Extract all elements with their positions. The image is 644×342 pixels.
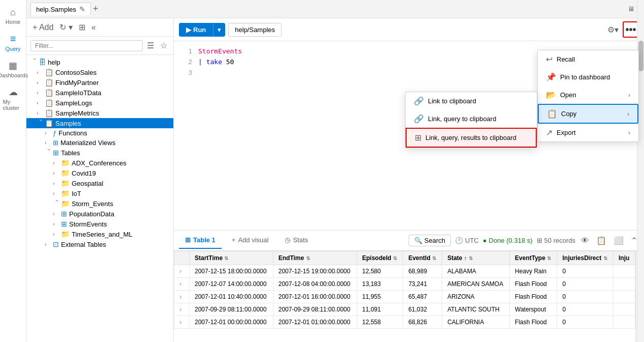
chevron-covid19: › <box>53 170 61 176</box>
add-tab-button[interactable]: + <box>93 4 99 14</box>
tree-item-adx[interactable]: › 📁 ADX_Conferences <box>26 158 173 168</box>
nav-home[interactable]: ⌂ Home <box>1 4 25 28</box>
tree-item-geospatial[interactable]: › 📁 Geospatial <box>26 178 173 188</box>
table-icon-population: ⊞ <box>61 210 67 218</box>
filter-icon-btn[interactable]: ☰ <box>145 40 156 51</box>
folder-icon-covid19: 📁 <box>61 169 70 177</box>
menu-item-open[interactable]: 📂 Open › <box>538 86 638 104</box>
cell-episodeid-4: 11,091 <box>357 303 403 316</box>
utc-button[interactable]: 🕐 UTC <box>455 237 479 244</box>
tree-item-tables[interactable]: › ⊞ Tables <box>26 148 173 158</box>
tree-item-covid19[interactable]: › 📁 Covid19 <box>26 168 173 178</box>
tree-item-external[interactable]: › ⊡ External Tables <box>26 239 173 249</box>
th-eventid[interactable]: EventId ⇅ <box>403 251 442 265</box>
tab-stats[interactable]: ◷ Stats <box>279 232 314 249</box>
home-icon: ⌂ <box>10 7 16 18</box>
tree-item-findmy[interactable]: › 📋 FindMyPartner <box>26 77 173 88</box>
chevron-storm: › <box>54 200 60 208</box>
tree-item-samplemetrics[interactable]: › 📋 SampleMetrics <box>26 108 173 118</box>
sidebar-toolbar: + Add ↻ ▾ ⊞ « <box>26 18 173 37</box>
vertical-scrollbar[interactable] <box>637 251 644 342</box>
cell-endtime-1: 2007-12-15 19:00:00.0000 <box>273 265 357 278</box>
tab-help-samples[interactable]: help.Samples ✎ <box>30 3 91 15</box>
tree-item-samplelogs[interactable]: › 📋 SampleLogs <box>26 98 173 108</box>
records-badge: ⊞ 50 records <box>537 237 575 244</box>
cell-inju-2 <box>614 278 635 291</box>
nav-dashboards-label: Dashboards <box>0 72 28 78</box>
add-visual-icon: + <box>232 236 236 244</box>
copy-arrow: › <box>627 110 629 118</box>
submenu-item-link[interactable]: 🔗 Link to clipboard <box>406 92 537 110</box>
tab-table1[interactable]: ⊞ Table 1 <box>179 232 222 249</box>
nav-my-cluster[interactable]: ☁ My cluster <box>1 83 25 114</box>
collapse-button[interactable]: « <box>89 22 98 33</box>
submenu-item-link-query-results[interactable]: ⊞ Link, query, results to clipboard <box>406 128 537 148</box>
tree-label-storm: Storm_Events <box>72 200 113 208</box>
cell-endtime-3: 2007-12-01 16:00:00.0000 <box>273 291 357 303</box>
search-button[interactable]: 🔍 Search <box>409 235 451 246</box>
nav-dashboards[interactable]: ▦ Dashboards <box>1 57 25 81</box>
star-icon-btn[interactable]: ☆ <box>158 40 169 51</box>
th-injuriesdirect[interactable]: InjuriesDirect ⇅ <box>557 251 614 265</box>
view-results-btn[interactable]: 👁 <box>579 235 591 247</box>
tree-item-sampleiot[interactable]: › 📋 SampleIoTData <box>26 88 173 98</box>
cell-injuries-3: 0 <box>557 291 614 303</box>
tree-label-stormevents: StormEvents <box>69 220 107 228</box>
row-expand-1[interactable]: › <box>174 265 190 278</box>
cell-eventid-5: 68,826 <box>403 316 442 329</box>
tree-item-timeseries[interactable]: › 📁 TimeSeries_and_ML <box>26 229 173 239</box>
tree-item-functions[interactable]: › ƒ Functions <box>26 128 173 138</box>
th-endtime[interactable]: EndTime ⇅ <box>273 251 357 265</box>
tab-stats-label: Stats <box>293 236 308 244</box>
submenu-item-link-query[interactable]: 🔗 Link, query to clipboard <box>406 110 537 128</box>
tab-edit-icon[interactable]: ✎ <box>79 5 85 13</box>
cell-injuries-5: 0 <box>557 316 614 329</box>
tree-item-storm[interactable]: › 📁 Storm_Events <box>26 198 173 209</box>
done-icon: ● <box>483 237 487 244</box>
tree-item-stormevents[interactable]: › ⊞ StormEvents <box>26 219 173 229</box>
tree-item-matviews[interactable]: › ⊞ Materialized Views <box>26 138 173 148</box>
menu-item-export[interactable]: ↗ Export › <box>538 124 638 141</box>
download-results-btn[interactable]: ⬜ <box>612 234 625 247</box>
tree-item-help[interactable]: › 🗄 help <box>26 57 173 67</box>
tree-item-iot[interactable]: › 📁 IoT <box>26 188 173 198</box>
tree-item-samples[interactable]: › 📋 Samples <box>26 118 173 128</box>
breadcrumb-button[interactable]: help/Samples <box>228 23 282 37</box>
cell-eventid-1: 68,989 <box>403 265 442 278</box>
chevron-samplelogs: › <box>37 100 45 106</box>
table-icon-samplemetrics: 📋 <box>45 109 53 117</box>
row-expand-3[interactable]: › <box>174 291 190 303</box>
tree-label-tables: Tables <box>61 149 80 157</box>
tree-item-contoso[interactable]: › 📋 ContosoSales <box>26 67 173 77</box>
filter-input[interactable] <box>30 40 143 51</box>
cell-inju-1 <box>614 265 635 278</box>
add-button[interactable]: + Add <box>30 22 55 33</box>
filter-toolbar-btn[interactable]: ⚙▾ <box>605 23 621 37</box>
tree-label-samplemetrics: SampleMetrics <box>55 109 99 117</box>
row-expand-4[interactable]: › <box>174 303 190 316</box>
open-icon: 📂 <box>546 90 556 100</box>
nav-home-label: Home <box>6 19 20 25</box>
tree-label-population: PopulationData <box>69 210 114 218</box>
grid-view-button[interactable]: ⊞ <box>77 21 87 33</box>
th-episodeid[interactable]: EpisodeId ⇅ <box>357 251 403 265</box>
th-eventtype[interactable]: EventType ⇅ <box>510 251 557 265</box>
cluster-icon: ☁ <box>9 87 18 98</box>
tab-add-visual[interactable]: + Add visual <box>226 232 275 249</box>
row-expand-5[interactable]: › <box>174 316 190 329</box>
row-expand-2[interactable]: › <box>174 278 190 291</box>
nav-query[interactable]: ≡ Query <box>1 30 25 55</box>
copy-results-btn[interactable]: 📋 <box>595 234 608 247</box>
menu-item-pin[interactable]: 📌 Pin to dashboard <box>538 68 638 86</box>
run-dropdown-button[interactable]: ▾ <box>213 23 225 37</box>
tree-label-timeseries: TimeSeries_and_ML <box>72 231 132 238</box>
tree-item-population[interactable]: › ⊞ PopulationData <box>26 209 173 219</box>
th-inju[interactable]: Inju <box>614 251 635 265</box>
th-state[interactable]: State ↑ ⇅ <box>442 251 510 265</box>
refresh-button[interactable]: ↻ ▾ <box>57 21 74 33</box>
tree-label-help: help <box>48 59 60 66</box>
th-starttime[interactable]: StartTime ⇅ <box>190 251 273 265</box>
menu-item-recall[interactable]: ↩ Recall <box>538 50 638 68</box>
menu-item-copy[interactable]: 📋 Copy › <box>538 104 638 124</box>
run-button[interactable]: ▶ Run <box>179 23 213 37</box>
